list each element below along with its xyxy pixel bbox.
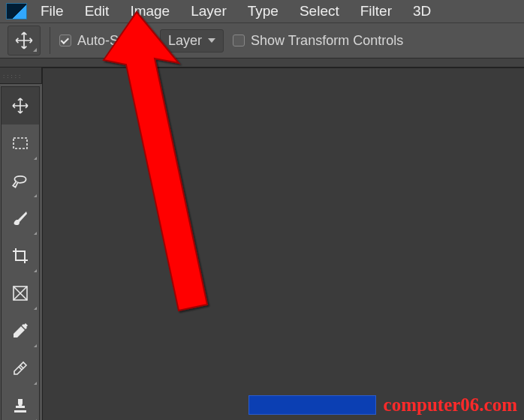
menu-type[interactable]: Type [240, 2, 286, 21]
ruler-origin: ::::: [0, 68, 42, 84]
current-tool-indicator[interactable] [8, 26, 41, 56]
brush-tool[interactable] [2, 200, 39, 237]
auto-select-label: Auto-Select: [77, 33, 151, 49]
healing-icon [11, 359, 29, 377]
lasso-icon [11, 171, 30, 190]
watermark: computer06.com [248, 394, 517, 416]
stamp-icon [11, 397, 29, 415]
marquee-tool[interactable] [2, 124, 39, 162]
canvas-area[interactable] [42, 68, 524, 420]
show-transform-option[interactable]: Show Transform Controls [233, 33, 403, 49]
chevron-down-icon [208, 38, 215, 43]
menu-file[interactable]: File [33, 2, 71, 21]
clone-stamp-tool[interactable] [2, 387, 39, 420]
menu-select[interactable]: Select [292, 2, 347, 21]
toolbox [1, 86, 40, 420]
menu-layer[interactable]: Layer [183, 2, 234, 21]
menu-edit[interactable]: Edit [77, 2, 117, 21]
frame-tool[interactable] [2, 274, 39, 312]
eyedropper-icon [11, 322, 29, 340]
dropdown-value: Layer [168, 33, 202, 49]
lasso-tool[interactable] [2, 162, 39, 200]
watermark-text: computer06.com [384, 394, 517, 416]
show-transform-checkbox[interactable] [233, 34, 245, 46]
app-icon[interactable] [6, 3, 27, 20]
divider [50, 27, 50, 54]
eyedropper-tool[interactable] [2, 312, 39, 350]
watermark-logo [248, 395, 376, 415]
menu-3d[interactable]: 3D [405, 2, 438, 21]
auto-select-target-dropdown[interactable]: Layer [160, 29, 224, 52]
healing-brush-tool[interactable] [2, 350, 39, 387]
move-icon [11, 97, 29, 115]
options-bar: Auto-Select: Layer Show Transform Contro… [0, 22, 524, 58]
menu-bar: File Edit Image Layer Type Select Filter… [0, 0, 524, 22]
crop-icon [11, 247, 29, 265]
document-tab-strip [0, 58, 524, 68]
marquee-icon [11, 134, 29, 152]
move-tool[interactable] [2, 87, 39, 124]
crop-tool[interactable] [2, 237, 39, 274]
auto-select-checkbox[interactable] [59, 34, 71, 46]
frame-icon [11, 284, 29, 302]
move-icon [14, 31, 34, 50]
menu-image[interactable]: Image [122, 2, 177, 21]
menu-filter[interactable]: Filter [353, 2, 399, 21]
brush-icon [11, 209, 29, 227]
show-transform-label: Show Transform Controls [251, 33, 403, 49]
svg-rect-0 [14, 138, 27, 148]
auto-select-option[interactable]: Auto-Select: [59, 33, 151, 49]
